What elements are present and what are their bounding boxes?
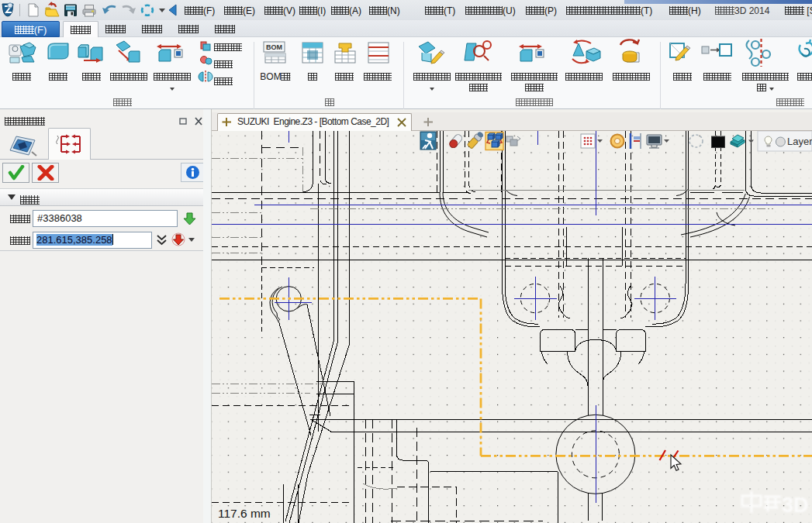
svg-text:Layer0: Layer0 [787,136,812,147]
svg-text:3D: 3D [782,494,809,517]
svg-text:117.6 mm: 117.6 mm [218,507,271,520]
svg-text:BOM: BOM [266,43,282,51]
